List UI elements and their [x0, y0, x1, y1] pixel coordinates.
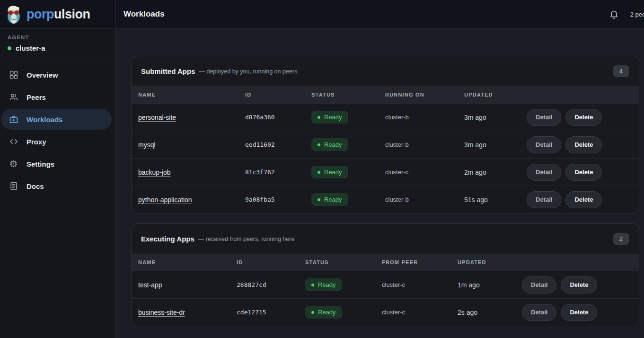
app-window: porpulsion Workloads 2 peers AGENT clust… [0, 0, 644, 338]
section-header: Submitted Apps — deployed by you, runnin… [132, 56, 639, 86]
column-header-updated: UPDATED [464, 92, 527, 98]
table-row: test-app 268827cd Ready cluster-c 1m ago… [132, 271, 639, 298]
detail-button[interactable]: Detail [527, 164, 561, 181]
delete-button[interactable]: Delete [565, 109, 602, 126]
updated-time: 1m ago [458, 281, 522, 289]
main-content: Submitted Apps — deployed by you, runnin… [116, 29, 644, 338]
column-header-running-on: RUNNING ON [385, 92, 464, 98]
status-dot-icon [311, 311, 314, 314]
column-header-status: STATUS [305, 259, 382, 265]
gear-icon: ⚙ [9, 159, 18, 169]
sidebar-nav: Overview Peers [0, 59, 115, 198]
app-name-link[interactable]: personal-site [138, 114, 176, 121]
app-name-link[interactable]: business-site-dr [138, 309, 185, 316]
notification-bell-icon[interactable] [609, 9, 619, 19]
column-header-from-peer: FROM PEER [382, 259, 458, 265]
brand-area: porpulsion [0, 0, 116, 29]
running-on-peer: cluster-b [385, 141, 464, 148]
detail-button[interactable]: Detail [527, 109, 561, 126]
sidebar-item-label: Overview [26, 71, 58, 79]
running-on-peer: cluster-c [385, 169, 464, 176]
table-row: mysql eed11602 Ready cluster-b 3m ago De… [132, 131, 639, 158]
delete-button[interactable]: Delete [561, 276, 597, 294]
sidebar-item-label: Docs [26, 182, 44, 190]
agent-section-label: AGENT [8, 35, 108, 40]
section-title: Submitted Apps [141, 67, 195, 75]
arrows-left-right-icon [9, 137, 18, 147]
agent-status-dot-icon [8, 46, 11, 50]
updated-time: 2m ago [464, 169, 527, 176]
page-title: Workloads [124, 9, 165, 19]
delete-button[interactable]: Delete [565, 136, 602, 153]
sidebar-item-overview[interactable]: Overview [1, 64, 112, 85]
status-dot-icon [318, 198, 320, 201]
sidebar: AGENT cluster-a Overview [0, 29, 116, 338]
sidebar-item-peers[interactable]: Peers [1, 87, 112, 107]
count-badge: 4 [613, 65, 629, 77]
people-icon [9, 92, 18, 102]
detail-button[interactable]: Detail [522, 276, 556, 294]
app-id: d876a360 [245, 114, 311, 121]
sidebar-item-proxy[interactable]: Proxy [1, 131, 112, 152]
from-peer: cluster-c [382, 309, 458, 316]
running-on-peer: cluster-b [385, 196, 464, 203]
porpoise-mascot-icon [5, 4, 23, 24]
status-dot-icon [318, 171, 320, 174]
table-row: backup-job 81c3f762 Ready cluster-c 2m a… [132, 158, 639, 186]
sidebar-item-label: Proxy [26, 138, 46, 146]
status-badge: Ready [311, 111, 348, 124]
sidebar-item-docs[interactable]: Docs [1, 176, 112, 196]
app-name-link[interactable]: test-app [138, 281, 162, 289]
delete-button[interactable]: Delete [565, 191, 602, 208]
app-id: 9a08fba5 [245, 196, 311, 203]
submitted-apps-card: Submitted Apps — deployed by you, runnin… [131, 56, 639, 213]
executing-apps-card: Executing Apps — received from peers, ru… [131, 223, 639, 326]
sidebar-item-label: Workloads [26, 116, 62, 124]
column-header-status: STATUS [311, 92, 385, 98]
agent-block: AGENT cluster-a [0, 29, 115, 59]
detail-button[interactable]: Detail [527, 191, 561, 208]
column-header-name: NAME [138, 92, 245, 98]
running-on-peer: cluster-b [385, 114, 464, 121]
table-row: python-application 9a08fba5 Ready cluste… [132, 186, 639, 213]
detail-button[interactable]: Detail [527, 136, 561, 153]
table-header-row: NAME ID STATUS FROM PEER UPDATED [132, 254, 639, 271]
delete-button[interactable]: Delete [565, 164, 602, 181]
table-header-row: NAME ID STATUS RUNNING ON UPDATED [132, 86, 639, 103]
app-id: cde12715 [237, 309, 305, 316]
status-dot-icon [311, 284, 314, 286]
updated-time: 2s ago [458, 309, 522, 316]
app-id: 268827cd [237, 281, 305, 288]
sidebar-item-settings[interactable]: ⚙ Settings [1, 153, 112, 174]
sidebar-item-workloads[interactable]: Workloads [1, 109, 112, 130]
app-name-link[interactable]: python-application [138, 196, 192, 204]
updated-time: 3m ago [464, 141, 527, 149]
detail-button[interactable]: Detail [522, 304, 556, 321]
column-header-id: ID [245, 92, 311, 98]
from-peer: cluster-c [382, 281, 458, 288]
updated-time: 51s ago [464, 196, 527, 204]
delete-button[interactable]: Delete [561, 304, 597, 321]
document-icon [9, 181, 18, 191]
briefcase-plus-icon [9, 115, 18, 125]
top-bar: Workloads 2 peers [116, 0, 644, 29]
status-badge: Ready [305, 278, 342, 291]
updated-time: 3m ago [464, 114, 527, 121]
app-name-link[interactable]: mysql [138, 141, 156, 149]
sidebar-item-label: Settings [26, 160, 54, 168]
section-title: Executing Apps [141, 235, 194, 243]
sidebar-item-label: Peers [26, 93, 46, 101]
status-dot-icon [318, 116, 320, 119]
peer-count-label: 2 peers [630, 11, 644, 18]
app-id: 81c3f762 [245, 169, 311, 176]
app-id: eed11602 [245, 141, 311, 148]
column-header-id: ID [237, 259, 305, 265]
app-name-link[interactable]: backup-job [138, 169, 171, 176]
section-header: Executing Apps — received from peers, ru… [132, 224, 639, 254]
table-row: business-site-dr cde12715 Ready cluster-… [132, 298, 639, 326]
column-header-updated: UPDATED [458, 259, 522, 265]
status-badge: Ready [311, 193, 348, 206]
count-badge: 2 [613, 233, 629, 245]
status-badge: Ready [311, 166, 348, 178]
status-dot-icon [318, 143, 320, 146]
